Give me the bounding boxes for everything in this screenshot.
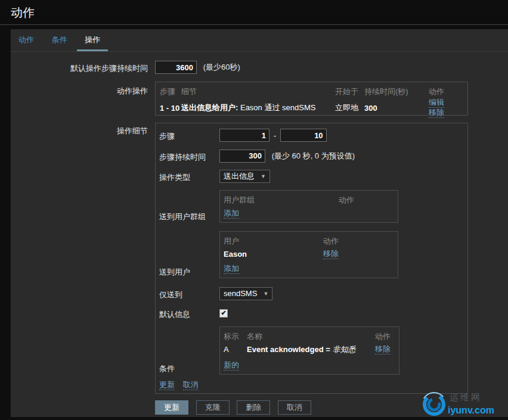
- condition-mark: A: [224, 345, 247, 354]
- add-user-group-link[interactable]: 添加: [224, 209, 239, 219]
- watermark-site-text: 运维网: [450, 392, 482, 402]
- col-user-group: 用户群组: [224, 195, 339, 206]
- col-action: 动作: [339, 195, 394, 206]
- operation-details-label: 操作细节: [11, 123, 148, 136]
- remove-condition-link[interactable]: 移除: [375, 344, 391, 354]
- update-button[interactable]: 更新: [155, 400, 188, 415]
- users-table: 用户 动作 Eason 移除 添加: [219, 231, 398, 278]
- conditions-table: 标示 名称 动作 A Event acknowledged = 非知悉 移除 新…: [219, 326, 399, 375]
- step-duration-hint: (最少 60 秒, 0 为预设值): [272, 150, 355, 163]
- send-only-to-value: sendSMS: [224, 289, 257, 298]
- user-groups-footer: 添加: [224, 207, 394, 219]
- operation-steps: 1 - 10: [160, 104, 181, 113]
- col-details: 细节: [181, 86, 335, 97]
- col-action: 动作: [375, 331, 395, 342]
- default-duration-row: 默认操作步骤持续时间 (最少60秒): [11, 61, 508, 74]
- page-title: 动作: [11, 5, 35, 21]
- checkmark-icon: ✔: [221, 309, 226, 317]
- operation-type-value: 送出信息: [224, 171, 255, 182]
- condition-name: Event acknowledged =: [247, 345, 332, 354]
- action-operations-header: 步骤 细节 开始于 持续时间(秒) 动作: [160, 85, 463, 98]
- inline-cancel-link[interactable]: 取消: [183, 380, 199, 390]
- steps-to-input[interactable]: [280, 129, 327, 142]
- header-divider: [0, 24, 508, 25]
- user-name: Eason: [224, 250, 323, 259]
- operation-details-cell: 送出信息给用户: Eason 通过 sendSMS: [181, 102, 335, 113]
- send-to-users-row: 送到用户 用户 动作 Eason 移除 添加: [159, 231, 464, 278]
- steps-dash: -: [274, 129, 276, 142]
- user-groups-table: 用户群组 动作 添加: [219, 190, 398, 223]
- conditions-header: 标示 名称 动作: [224, 331, 395, 343]
- steps-from-input[interactable]: [219, 129, 270, 142]
- operation-details-box: 步骤 - 步骤持续时间 (最少 60 秒, 0 为预设值) 操作类型: [155, 123, 468, 394]
- add-user-link[interactable]: 添加: [224, 264, 239, 274]
- default-message-label: 默认信息: [159, 308, 219, 320]
- operation-duration: 300: [364, 104, 429, 113]
- step-duration-input[interactable]: [219, 150, 265, 163]
- col-duration: 持续时间(秒): [364, 86, 429, 97]
- users-header: 用户 动作: [224, 235, 394, 247]
- col-action: 动作: [429, 86, 463, 97]
- step-duration-label: 步骤持续时间: [159, 150, 219, 163]
- inline-update-link[interactable]: 更新: [159, 380, 175, 390]
- action-operations-table: 步骤 细节 开始于 持续时间(秒) 动作 1 - 10 送出信息给用户: Eas…: [155, 82, 468, 116]
- remove-operation-link[interactable]: 移除: [429, 108, 444, 118]
- send-to-users-label: 送到用户: [159, 265, 219, 278]
- operation-actions: 编辑 移除: [429, 98, 463, 118]
- send-to-user-groups-label: 送到用户群组: [159, 209, 219, 223]
- operation-type-label: 操作类型: [159, 170, 219, 183]
- default-message-row: 默认信息 ✔: [159, 308, 464, 320]
- col-start: 开始于: [335, 86, 364, 97]
- main-panel: 动作 条件 操作 默认操作步骤持续时间 (最少60秒) 动作操作 步骤 细节 开…: [11, 29, 508, 417]
- user-row: Eason 移除: [224, 248, 394, 260]
- send-to-user-groups-row: 送到用户群组 用户群组 动作 添加: [159, 190, 464, 223]
- col-action: 动作: [323, 236, 394, 247]
- action-operations-label: 动作操作: [11, 82, 148, 97]
- remove-user-link[interactable]: 移除: [323, 249, 339, 259]
- condition-value: 非知悉: [332, 345, 355, 354]
- condition-name-cell: Event acknowledged = 非知悉: [247, 344, 375, 355]
- steps-row: 步骤 -: [159, 129, 464, 142]
- step-duration-row: 步骤持续时间 (最少 60 秒, 0 为预设值): [159, 150, 464, 163]
- watermark-domain-text: iyunv.com: [448, 405, 494, 415]
- operation-details-type: 送出信息给用户:: [181, 103, 238, 112]
- conditions-label: 条件: [159, 361, 219, 375]
- operation-details-row: 操作细节 步骤 - 步骤持续时间 (最少 60 秒, 0 为预设值): [11, 123, 508, 394]
- col-mark: 标示: [224, 331, 247, 342]
- delete-button[interactable]: 删除: [237, 400, 270, 415]
- tab-conditions[interactable]: 条件: [44, 29, 75, 51]
- operation-start: 立即地: [335, 102, 364, 113]
- operation-type-select[interactable]: 送出信息 ▼: [219, 170, 270, 183]
- clone-button[interactable]: 克隆: [196, 400, 230, 415]
- dropdown-arrow-icon: ▼: [263, 291, 268, 297]
- col-step: 步骤: [160, 86, 181, 97]
- edit-operation-link[interactable]: 编辑: [429, 98, 444, 108]
- operation-details-target: Eason 通过 sendSMS: [238, 103, 315, 112]
- operation-type-row: 操作类型 送出信息 ▼: [159, 170, 464, 183]
- dropdown-arrow-icon: ▼: [261, 173, 266, 179]
- operation-row: 1 - 10 送出信息给用户: Eason 通过 sendSMS 立即地 300…: [160, 98, 463, 111]
- condition-row: A Event acknowledged = 非知悉 移除: [224, 344, 395, 356]
- conditions-row: 条件 标示 名称 动作 A Event acknowledged = 非知悉 移…: [159, 326, 464, 375]
- operations-form: 默认操作步骤持续时间 (最少60秒) 动作操作 步骤 细节 开始于 持续时间(秒…: [11, 52, 508, 415]
- conditions-footer: 新的: [224, 359, 395, 371]
- user-groups-header: 用户群组 动作: [224, 194, 394, 206]
- tab-operations[interactable]: 操作: [77, 29, 108, 51]
- steps-label: 步骤: [159, 129, 219, 142]
- action-operations-row: 动作操作 步骤 细节 开始于 持续时间(秒) 动作 1 - 10 送出信息给用户…: [11, 82, 508, 116]
- watermark-logo: 运维网 iyunv.com: [416, 387, 507, 420]
- send-only-to-label: 仅送到: [159, 287, 219, 300]
- send-only-to-row: 仅送到 sendSMS ▼: [159, 287, 464, 300]
- new-condition-link[interactable]: 新的: [224, 360, 239, 371]
- col-name: 名称: [247, 331, 375, 342]
- default-duration-label: 默认操作步骤持续时间: [11, 61, 148, 74]
- default-message-checkbox[interactable]: ✔: [219, 309, 228, 318]
- users-footer: 添加: [224, 263, 394, 274]
- default-duration-hint: (最少60秒): [203, 61, 240, 74]
- send-only-to-select[interactable]: sendSMS ▼: [219, 287, 272, 300]
- col-user: 用户: [224, 236, 323, 247]
- default-step-duration-input[interactable]: [155, 61, 197, 74]
- tab-bar: 动作 条件 操作: [11, 29, 508, 52]
- tab-action[interactable]: 动作: [11, 29, 42, 51]
- cancel-button[interactable]: 取消: [278, 400, 311, 415]
